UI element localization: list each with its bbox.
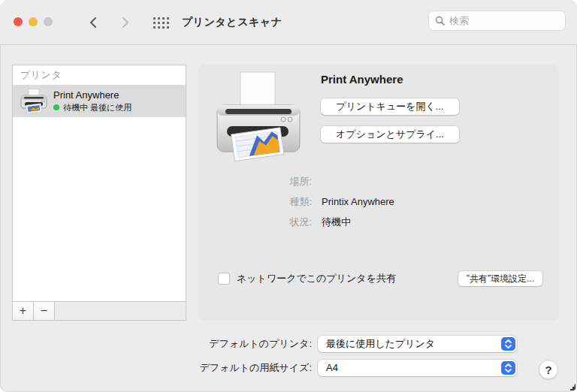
default-printer-value: 最後に使用したプリンタ <box>326 336 435 352</box>
remove-printer-button[interactable]: − <box>34 302 55 320</box>
search-icon <box>435 16 445 26</box>
close-button[interactable] <box>14 17 23 26</box>
printer-list-sidebar: プリンタ Print Anywhere <box>12 65 186 321</box>
share-printer-row: ネットワークでこのプリンタを共有 ”共有”環境設定... <box>198 270 559 287</box>
help-button[interactable]: ? <box>539 360 558 379</box>
printer-status-text: 待機中 最後に使用 <box>63 102 131 113</box>
status-label: 状況: <box>198 216 312 229</box>
default-paper-value: A4 <box>326 360 338 376</box>
zoom-button-disabled[interactable] <box>44 17 53 26</box>
search-input[interactable] <box>449 15 559 26</box>
location-label: 場所: <box>198 175 312 188</box>
show-all-grid-icon[interactable] <box>153 17 171 29</box>
options-supplies-button[interactable]: オプションとサプライ... <box>321 126 459 143</box>
printer-info-list: 場所: 種類: Printix Anywhere 状況: 待機中 <box>198 175 559 229</box>
sharing-preferences-button[interactable]: ”共有”環境設定... <box>458 271 542 286</box>
printer-list-item-selected[interactable]: Print Anywhere 待機中 最後に使用 <box>13 85 186 117</box>
sidebar-bottom-toolbar: + − <box>13 301 186 320</box>
minimize-button[interactable] <box>29 17 38 26</box>
printer-list-header: プリンタ <box>13 65 186 85</box>
default-printer-label: デフォルトのプリンタ: <box>150 336 312 352</box>
selected-printer-title: Print Anywhere <box>321 73 403 86</box>
printer-detail-panel: Print Anywhere プリントキューを開く... オプションとサプライ.… <box>198 65 559 321</box>
popup-stepper-icon <box>501 337 515 351</box>
default-printer-popup[interactable]: 最後に使用したプリンタ <box>318 336 517 352</box>
title-bar: プリンタとスキャナ <box>0 0 577 45</box>
forward-button-disabled[interactable] <box>116 14 134 32</box>
chevron-right-icon <box>120 17 130 29</box>
status-value: 待機中 <box>322 216 351 229</box>
default-paper-popup[interactable]: A4 <box>318 360 517 376</box>
chevron-left-icon <box>89 17 98 29</box>
minus-icon: − <box>41 305 47 317</box>
plus-icon: + <box>20 305 26 317</box>
popup-stepper-icon <box>501 361 515 375</box>
kind-label: 種類: <box>198 195 312 209</box>
info-row-status: 状況: 待機中 <box>198 216 559 229</box>
printer-status: 待機中 最後に使用 <box>53 102 131 113</box>
status-idle-dot <box>53 104 59 110</box>
resize-grip[interactable] <box>567 382 576 391</box>
kind-value: Printix Anywhere <box>322 195 394 209</box>
search-field[interactable] <box>428 11 566 31</box>
printers-scanners-window: プリンタとスキャナ プリンタ <box>0 0 577 392</box>
question-mark-icon: ? <box>545 363 551 376</box>
default-paper-label: デフォルトの用紙サイズ: <box>150 360 312 376</box>
back-button[interactable] <box>84 14 102 32</box>
share-printer-checkbox[interactable] <box>218 273 230 285</box>
window-title: プリンタとスキャナ <box>182 0 282 45</box>
share-printer-label: ネットワークでこのプリンタを共有 <box>237 272 396 285</box>
open-print-queue-button[interactable]: プリントキューを開く... <box>321 98 459 115</box>
printer-icon-small <box>20 89 47 113</box>
info-row-kind: 種類: Printix Anywhere <box>198 195 559 209</box>
add-printer-button[interactable]: + <box>13 302 34 320</box>
info-row-location: 場所: <box>198 175 559 188</box>
printer-name: Print Anywhere <box>53 89 131 101</box>
printer-icon-large <box>215 71 302 162</box>
